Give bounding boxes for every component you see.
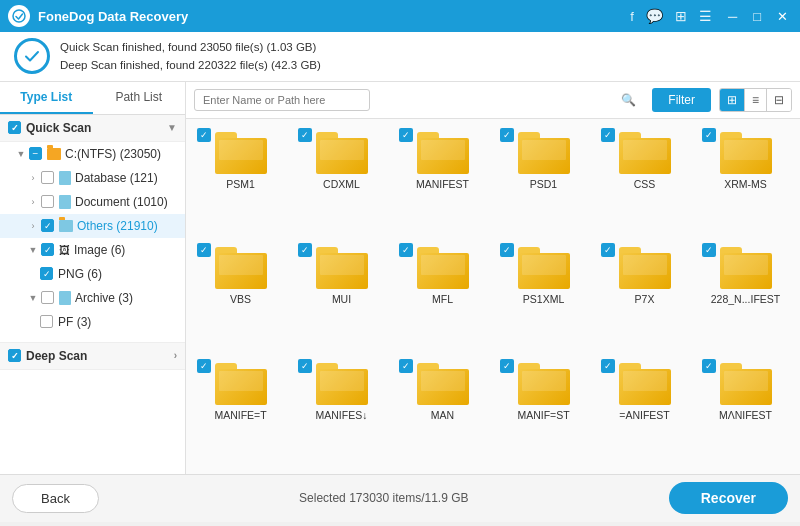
quick-scan-label: Quick Scan [26,121,91,135]
file-checkbox[interactable] [298,359,312,373]
file-checkbox[interactable] [702,243,716,257]
facebook-icon[interactable]: f [630,9,634,24]
file-item[interactable]: CDXML [291,123,392,239]
file-folder-icon [518,247,570,289]
menu-icon[interactable]: ☰ [699,8,712,24]
others-checkbox[interactable] [41,219,54,232]
sidebar-png-item[interactable]: PNG (6) [0,262,185,286]
content-toolbar: 🔍 Filter ⊞ ≡ ⊟ [186,82,800,119]
chat-icon[interactable]: 💬 [646,8,663,24]
file-folder-icon [417,363,469,405]
file-folder-icon [215,363,267,405]
sidebar-quick-scan-header[interactable]: Quick Scan ▼ [0,115,185,142]
file-checkbox[interactable] [601,243,615,257]
file-item[interactable]: XRM-MS [695,123,796,239]
sidebar-others-item[interactable]: › Others (21910) [0,214,185,238]
file-checkbox[interactable] [399,243,413,257]
file-checkbox[interactable] [197,359,211,373]
close-button[interactable]: ✕ [773,9,792,24]
file-item[interactable]: MANIFEST [392,123,493,239]
file-item[interactable]: MΛNIFEST [695,354,796,470]
list-view-button[interactable]: ≡ [745,89,767,111]
file-item[interactable]: PS1XML [493,238,594,354]
file-checkbox[interactable] [702,128,716,142]
file-item[interactable]: MUI [291,238,392,354]
file-folder-icon [316,363,368,405]
sidebar-image-item[interactable]: ▼ 🖼 Image (6) [0,238,185,262]
sidebar-document-item[interactable]: › Document (1010) [0,190,185,214]
app-logo [8,5,30,27]
file-checkbox[interactable] [500,359,514,373]
view-toggle: ⊞ ≡ ⊟ [719,88,792,112]
file-item[interactable]: MANIFE=T [190,354,291,470]
file-item[interactable]: PSM1 [190,123,291,239]
image-label: Image (6) [74,243,125,257]
file-item[interactable]: MAN [392,354,493,470]
quick-scan-checkbox[interactable] [8,121,21,134]
file-item[interactable]: 228_N...IFEST [695,238,796,354]
sidebar-tabs: Type List Path List [0,82,185,115]
file-item[interactable]: MANIF=ST [493,354,594,470]
sidebar-deep-scan-header[interactable]: Deep Scan › [0,342,185,370]
file-checkbox[interactable] [298,243,312,257]
sidebar-database-item[interactable]: › Database (121) [0,166,185,190]
deep-scan-checkbox[interactable] [8,349,21,362]
file-item[interactable]: CSS [594,123,695,239]
file-checkbox[interactable] [399,128,413,142]
file-item[interactable]: =ANIFEST [594,354,695,470]
file-checkbox[interactable] [197,128,211,142]
tab-path-list[interactable]: Path List [93,82,186,114]
database-checkbox[interactable] [41,171,54,184]
back-button[interactable]: Back [12,484,99,513]
sidebar-archive-item[interactable]: ▼ Archive (3) [0,286,185,310]
file-grid: PSM1CDXMLMANIFESTPSD1CSSXRM-MSVBSMUIMFLP… [186,119,800,474]
file-checkbox[interactable] [500,243,514,257]
pf-checkbox[interactable] [40,315,53,328]
file-checkbox[interactable] [298,128,312,142]
file-item[interactable]: PSD1 [493,123,594,239]
recover-button[interactable]: Recover [669,482,788,514]
file-folder-icon [619,363,671,405]
png-checkbox[interactable] [40,267,53,280]
deep-scan-label: Deep Scan [26,349,87,363]
pf-label: PF (3) [58,315,91,329]
scan-complete-icon [14,38,50,74]
file-item[interactable]: VBS [190,238,291,354]
file-checkbox[interactable] [500,128,514,142]
grid-view-button[interactable]: ⊞ [720,89,745,111]
image-checkbox[interactable] [41,243,54,256]
file-checkbox[interactable] [601,128,615,142]
file-folder-icon [619,247,671,289]
file-item[interactable]: P7X [594,238,695,354]
file-checkbox[interactable] [399,359,413,373]
file-name-label: MFL [432,293,453,305]
tab-type-list[interactable]: Type List [0,82,93,114]
file-name-label: CDXML [323,178,360,190]
search-input[interactable] [194,89,370,111]
file-folder-icon [417,132,469,174]
detail-view-button[interactable]: ⊟ [767,89,791,111]
file-item[interactable]: MANIFES↓ [291,354,392,470]
minimize-button[interactable]: ─ [724,9,741,24]
file-checkbox[interactable] [601,359,615,373]
file-checkbox[interactable] [702,359,716,373]
maximize-button[interactable]: □ [749,9,765,24]
search-icon: 🔍 [621,93,636,107]
filter-button[interactable]: Filter [652,88,711,112]
file-name-label: 228_N...IFEST [711,293,780,305]
bottombar: Back Selected 173030 items/11.9 GB Recov… [0,474,800,522]
drive-label: C:(NTFS) (23050) [65,147,161,161]
grid-icon[interactable]: ⊞ [675,8,687,24]
drive-checkbox[interactable] [29,147,42,160]
file-name-label: MANIFE=T [214,409,266,421]
document-checkbox[interactable] [41,195,54,208]
svg-point-0 [13,10,25,22]
sidebar-pf-item[interactable]: PF (3) [0,310,185,334]
file-item[interactable]: MFL [392,238,493,354]
sidebar-drive-item[interactable]: ▼ C:(NTFS) (23050) [0,142,185,166]
archive-label: Archive (3) [75,291,133,305]
file-name-label: MANIFEST [416,178,469,190]
file-checkbox[interactable] [197,243,211,257]
archive-checkbox[interactable] [41,291,54,304]
search-wrapper: 🔍 [194,89,644,111]
